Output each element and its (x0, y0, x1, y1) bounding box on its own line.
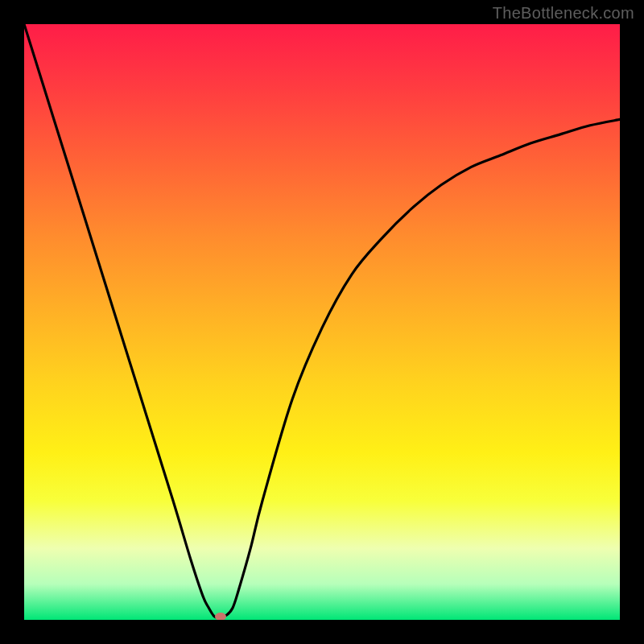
watermark-text: TheBottleneck.com (493, 4, 634, 23)
chart-frame: TheBottleneck.com (0, 0, 644, 644)
plot-area (24, 24, 620, 620)
optimum-marker (215, 613, 226, 620)
bottleneck-curve (24, 24, 620, 620)
